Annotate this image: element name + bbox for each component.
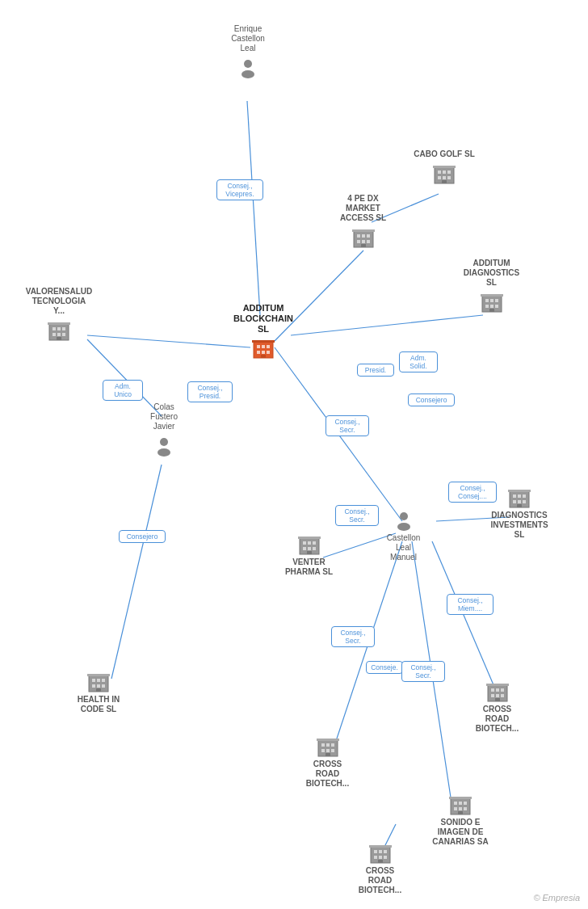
svg-rect-125 bbox=[384, 856, 387, 859]
svg-rect-104 bbox=[501, 688, 504, 692]
svg-rect-90 bbox=[96, 688, 101, 692]
svg-rect-79 bbox=[308, 547, 311, 550]
node-health-in-code[interactable]: HEALTH INCODE SL bbox=[66, 669, 131, 716]
svg-point-61 bbox=[160, 438, 168, 446]
svg-line-6 bbox=[111, 465, 162, 679]
svg-rect-58 bbox=[62, 333, 65, 336]
svg-line-4 bbox=[87, 335, 250, 347]
badge-adm-unico[interactable]: Adm.Unico bbox=[103, 380, 143, 401]
svg-rect-99 bbox=[326, 753, 330, 756]
valorensalud-label: VALORENSALUDTECNOLOGIAY... bbox=[26, 287, 93, 316]
svg-rect-57 bbox=[57, 333, 61, 336]
svg-rect-24 bbox=[252, 340, 275, 343]
badge-consejero-right[interactable]: Consejero bbox=[408, 393, 455, 406]
svg-point-14 bbox=[244, 60, 252, 68]
node-diagnostics-inv[interactable]: DIAGNOSTICSINVESTMENTSSL bbox=[483, 485, 556, 541]
svg-rect-54 bbox=[57, 327, 61, 330]
badge-adm-solid[interactable]: Adm.Solid. bbox=[399, 351, 438, 372]
additum-diag-building-icon bbox=[479, 289, 505, 315]
svg-rect-41 bbox=[361, 244, 366, 247]
badge-adm-unico-label: Adm.Unico bbox=[114, 382, 132, 398]
svg-rect-102 bbox=[491, 688, 494, 692]
svg-rect-114 bbox=[454, 807, 457, 810]
badge-consej-miem[interactable]: Consej.,Miem.... bbox=[447, 594, 494, 615]
castellon-leal-person-icon bbox=[391, 507, 417, 533]
svg-rect-120 bbox=[374, 850, 377, 853]
node-cross-road-2[interactable]: CROSSROADBIOTECH... bbox=[467, 679, 527, 735]
svg-rect-66 bbox=[513, 494, 516, 498]
svg-rect-46 bbox=[495, 299, 498, 302]
badge-consej-secr-cr2-label: Consej.,Secr. bbox=[410, 663, 435, 680]
4pe-dx-building-icon bbox=[351, 225, 376, 250]
cross-road-1-label: CROSSROADBIOTECH... bbox=[306, 760, 349, 789]
diagnostics-inv-building-icon bbox=[506, 485, 532, 511]
badge-consej-secr-mid-label: Consej.,Secr. bbox=[334, 418, 359, 434]
svg-rect-91 bbox=[87, 674, 110, 676]
svg-rect-87 bbox=[92, 684, 95, 688]
svg-rect-113 bbox=[464, 802, 467, 805]
enrique-label: EnriqueCastellonLeal bbox=[231, 24, 265, 53]
node-additum-diag[interactable]: ADDITUMDIAGNOSTICSSL bbox=[457, 259, 526, 315]
svg-rect-105 bbox=[491, 694, 494, 697]
svg-rect-75 bbox=[303, 541, 306, 545]
badge-consej-secr-left-label: Consej.,Secr. bbox=[344, 507, 369, 524]
node-venter-pharma[interactable]: VENTERPHARMA SL bbox=[279, 532, 339, 579]
svg-rect-107 bbox=[501, 694, 504, 697]
svg-rect-77 bbox=[313, 541, 316, 545]
node-additum-blockchain[interactable]: ADDITUMBLOCKCHAINSL bbox=[231, 303, 296, 361]
svg-rect-35 bbox=[357, 234, 360, 238]
svg-rect-109 bbox=[486, 684, 509, 686]
svg-rect-115 bbox=[459, 807, 462, 810]
node-cabo-golf[interactable]: CABO GOLF SL bbox=[412, 149, 477, 187]
svg-rect-67 bbox=[518, 494, 521, 498]
badge-vicepres[interactable]: Consej.,Vicepres. bbox=[216, 179, 263, 200]
node-cross-road-1[interactable]: CROSSROADBIOTECH... bbox=[297, 734, 358, 790]
badge-presid[interactable]: Presid. bbox=[357, 364, 394, 377]
colas-fustero-label: ColasFusteroJavier bbox=[150, 402, 178, 431]
org-chart: EnriqueCastellonLeal Consej.,Vicepres. A… bbox=[0, 0, 588, 909]
svg-point-15 bbox=[242, 70, 254, 78]
badge-consej-miem-label: Consej.,Miem.... bbox=[457, 596, 482, 612]
badge-consej-secr-left[interactable]: Consej.,Secr. bbox=[335, 505, 379, 526]
svg-rect-82 bbox=[298, 537, 321, 539]
svg-rect-18 bbox=[262, 345, 265, 348]
svg-rect-96 bbox=[321, 749, 325, 752]
svg-rect-123 bbox=[374, 856, 377, 859]
node-castellon-leal[interactable]: CastellonLealManuel bbox=[373, 507, 434, 564]
node-sonido-imagen[interactable]: SONIDO EIMAGEN DECANARIAS SA bbox=[420, 792, 501, 848]
svg-rect-127 bbox=[369, 845, 392, 848]
svg-rect-88 bbox=[97, 684, 100, 688]
cross-road-2-label: CROSSROADBIOTECH... bbox=[476, 705, 519, 734]
badge-consej-secr-cr1[interactable]: Consej.,Secr. bbox=[331, 626, 375, 647]
node-valorensalud[interactable]: VALORENSALUDTECNOLOGIAY... bbox=[23, 287, 95, 343]
badge-conseje[interactable]: Conseje. bbox=[366, 661, 403, 674]
badge-consej-secr-mid[interactable]: Consej.,Secr. bbox=[326, 415, 369, 436]
cabo-golf-building-icon bbox=[431, 161, 457, 187]
badge-consej-presid-label: Consej.,Presid. bbox=[197, 384, 222, 400]
badge-consejero-left[interactable]: Consejero bbox=[119, 530, 166, 543]
svg-rect-19 bbox=[267, 345, 270, 348]
svg-rect-47 bbox=[485, 305, 489, 308]
svg-rect-76 bbox=[308, 541, 311, 545]
svg-rect-93 bbox=[321, 743, 325, 747]
svg-rect-22 bbox=[267, 351, 270, 354]
svg-rect-60 bbox=[48, 322, 70, 325]
node-cross-road-3[interactable]: CROSSROADBIOTECH... bbox=[350, 840, 410, 897]
sonido-imagen-label: SONIDO EIMAGEN DECANARIAS SA bbox=[432, 818, 488, 847]
cross-road-3-building-icon bbox=[368, 840, 393, 866]
additum-blockchain-label: ADDITUMBLOCKCHAINSL bbox=[233, 303, 293, 335]
svg-rect-124 bbox=[379, 856, 382, 859]
svg-rect-94 bbox=[326, 743, 330, 747]
svg-point-64 bbox=[397, 523, 410, 531]
svg-rect-72 bbox=[517, 504, 522, 507]
node-colas-fustero[interactable]: ColasFusteroJavier bbox=[136, 402, 192, 459]
colas-fustero-person-icon bbox=[151, 433, 177, 459]
node-enrique[interactable]: EnriqueCastellonLeal bbox=[220, 24, 276, 81]
node-4pe-dx[interactable]: 4 PE DXMARKETACCESS SL bbox=[333, 194, 393, 250]
cross-road-2-building-icon bbox=[485, 679, 510, 705]
badge-consej-secr-cr2[interactable]: Consej.,Secr. bbox=[401, 661, 445, 682]
badge-consej-presid[interactable]: Consej.,Presid. bbox=[187, 381, 233, 402]
badge-adm-solid-label: Adm.Solid. bbox=[410, 354, 426, 370]
svg-rect-122 bbox=[384, 850, 387, 853]
svg-rect-59 bbox=[57, 337, 61, 340]
